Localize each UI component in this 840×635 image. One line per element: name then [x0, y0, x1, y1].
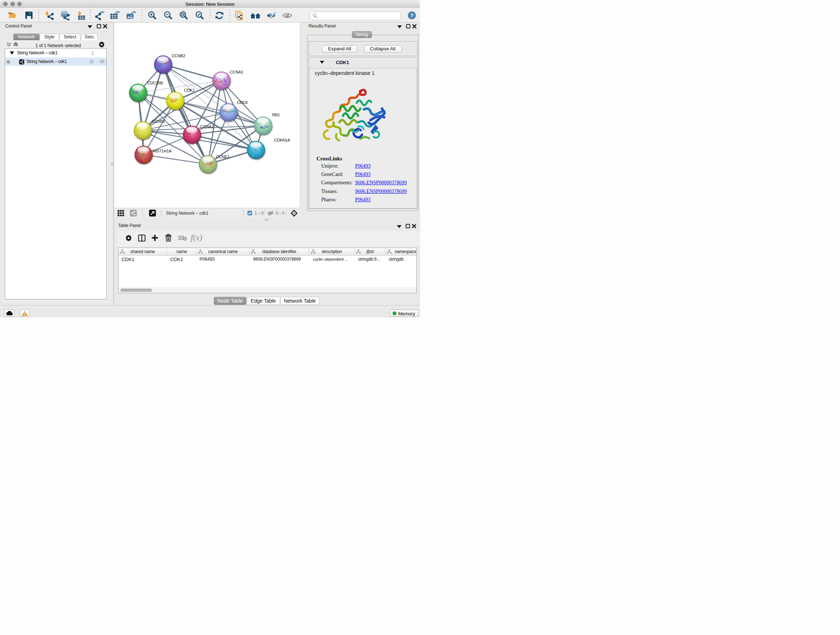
- svg-text:CDK1: CDK1: [184, 88, 195, 92]
- svg-text:CDC6: CDC6: [237, 100, 248, 105]
- svg-text:?: ?: [410, 12, 414, 19]
- svg-text:CCNB2: CCNB2: [172, 54, 185, 58]
- svg-text:CDC25B: CDC25B: [147, 81, 163, 85]
- svg-text:CCNB1: CCNB1: [152, 119, 165, 124]
- svg-text:RB1: RB1: [272, 112, 279, 117]
- svg-text:CDKN1A: CDKN1A: [274, 138, 291, 142]
- svg-text:CCNE1: CCNE1: [216, 155, 229, 159]
- svg-text:CCNA2: CCNA2: [201, 125, 214, 129]
- svg-text:HIST1H1A: HIST1H1A: [153, 149, 172, 153]
- svg-text:CCNA1: CCNA1: [230, 70, 243, 74]
